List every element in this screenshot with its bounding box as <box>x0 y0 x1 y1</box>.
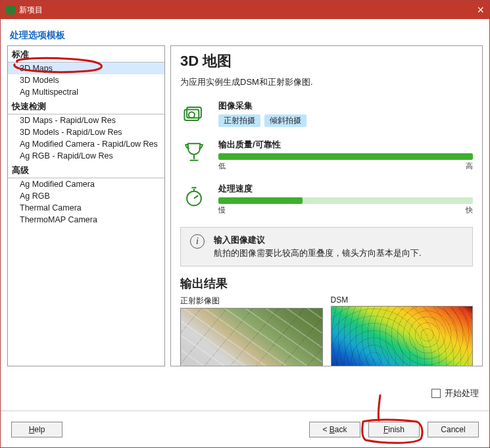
info-body: 航拍的图像需要比较高的重叠度，镜头方向基本是向下. <box>214 247 422 259</box>
tree-item[interactable]: 3D Models - Rapid/Low Res <box>8 126 164 138</box>
app-icon <box>6 5 15 14</box>
start-processing-row: 开始处理 <box>1 386 489 401</box>
template-detail: 3D 地图 为应用实例生成DSM和正射影像图. 图像采集 正射拍摄倾斜拍摄 输出… <box>170 45 483 366</box>
info-title: 输入图像建议 <box>214 234 422 246</box>
capture-tag: 倾斜拍摄 <box>264 114 306 127</box>
ortho-thumbnail <box>180 308 323 366</box>
help-button-rest: elp <box>34 425 45 434</box>
speed-label: 处理速度 <box>218 183 473 195</box>
speed-bar <box>218 197 473 204</box>
ortho-label: 正射影像图 <box>180 295 323 307</box>
back-button[interactable]: < Back <box>309 422 360 437</box>
info-icon: i <box>190 234 205 249</box>
finish-button[interactable]: Finish <box>368 422 420 437</box>
start-processing-checkbox[interactable] <box>431 389 441 398</box>
cancel-button[interactable]: Cancel <box>428 422 479 437</box>
quality-low: 低 <box>218 161 226 171</box>
tree-group-header: 标准 <box>8 46 164 62</box>
template-tree[interactable]: 标准3D Maps3D ModelsAg Multispectral快速检测3D… <box>7 45 165 366</box>
input-suggestion-box: i 输入图像建议 航拍的图像需要比较高的重叠度，镜头方向基本是向下. <box>180 227 473 266</box>
tree-item[interactable]: ThermoMAP Camera <box>8 214 164 226</box>
page-subtitle: 处理选项模板 <box>1 19 489 45</box>
speed-row: 处理速度 慢 快 <box>180 183 473 215</box>
quality-label: 输出质量/可靠性 <box>218 139 473 151</box>
output-section-title: 输出结果 <box>180 276 473 291</box>
dsm-label: DSM <box>331 295 474 305</box>
capture-tags: 正射拍摄倾斜拍摄 <box>218 114 473 127</box>
quality-row: 输出质量/可靠性 低 高 <box>180 139 473 171</box>
dialog-window: 新项目 × 处理选项模板 标准3D Maps3D ModelsAg Multis… <box>0 0 490 448</box>
tree-group-header: 快速检测 <box>8 98 164 114</box>
dsm-thumbnail <box>331 306 474 366</box>
tree-item[interactable]: Ag RGB <box>8 190 164 202</box>
detail-description: 为应用实例生成DSM和正射影像图. <box>180 76 473 88</box>
svg-point-2 <box>189 112 195 118</box>
camera-icon <box>180 100 208 126</box>
tree-item[interactable]: Ag RGB - Rapid/Low Res <box>8 150 164 162</box>
window-title: 新项目 <box>19 5 43 16</box>
speed-slow: 慢 <box>218 205 226 215</box>
tree-group-header: 高级 <box>8 162 164 178</box>
tree-item[interactable]: Ag Modified Camera - Rapid/Low Res <box>8 138 164 150</box>
stopwatch-icon <box>180 183 208 209</box>
help-button[interactable]: Help <box>11 422 62 437</box>
hand-annotation-finish <box>359 394 445 447</box>
speed-fast: 快 <box>466 205 473 215</box>
dialog-footer: Help < Back Finish Cancel <box>1 411 489 447</box>
tree-item[interactable]: Ag Modified Camera <box>8 178 164 190</box>
output-thumbnails: 正射影像图 DSM <box>180 295 473 366</box>
quality-bar <box>218 153 473 160</box>
quality-high: 高 <box>466 161 473 171</box>
start-processing-label: 开始处理 <box>445 387 479 399</box>
tree-item[interactable]: Thermal Camera <box>8 202 164 214</box>
detail-title: 3D 地图 <box>180 51 473 71</box>
capture-row: 图像采集 正射拍摄倾斜拍摄 <box>180 100 473 127</box>
close-icon[interactable]: × <box>477 4 484 16</box>
tree-item[interactable]: 3D Models <box>8 74 164 86</box>
capture-label: 图像采集 <box>218 100 473 112</box>
capture-tag: 正射拍摄 <box>218 114 260 127</box>
titlebar: 新项目 × <box>1 1 489 19</box>
trophy-icon <box>180 139 208 165</box>
tree-item[interactable]: 3D Maps <box>8 62 164 74</box>
tree-item[interactable]: 3D Maps - Rapid/Low Res <box>8 114 164 126</box>
tree-item[interactable]: Ag Multispectral <box>8 86 164 98</box>
